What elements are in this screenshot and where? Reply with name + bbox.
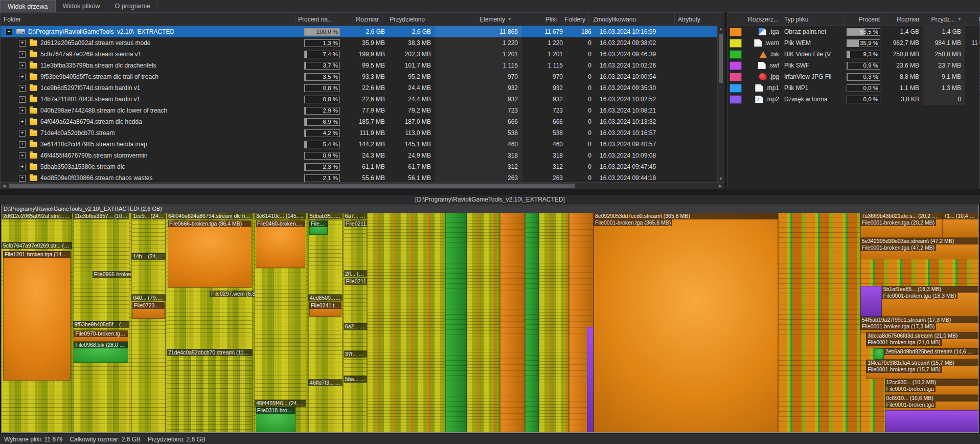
column-header-percent[interactable]: Procent [844,13,882,26]
tab-3[interactable]: O programie [107,0,157,12]
tree-row[interactable]: +040b298ae7442488.stream dlc tower of tr… [1,105,724,116]
column-header-modified[interactable]: Zmodyfikowano [589,13,675,26]
treemap-region[interactable]: 1ce9... (24,4 MB) [131,213,166,253]
column-header-allocated[interactable]: Przydzielono [382,13,428,26]
extension-row[interactable]: .mp1Plik MP10,0 %1,1 MB1,3 MB350 [728,82,979,94]
tree-row[interactable]: +3e61410c2cd47985.stream hedda map5,4 %1… [1,139,724,150]
expand-icon[interactable]: + [19,74,26,80]
expand-icon[interactable]: + [19,175,26,182]
treemap-region[interactable]: 8e0929053dd7ecd0.stream\ (365,8 MB)File0… [594,213,778,432]
scroll-down-icon[interactable]: ▼ [718,175,724,182]
treemap-region[interactable]: 46ffd7f3... (34,7 MB) [308,380,343,432]
column-header-size[interactable]: Rozmiar [335,13,382,26]
treemap-region[interactable]: 11e3bfba3357... (101,7 MB) [73,213,130,321]
expand-icon[interactable]: + [19,62,26,69]
tree-row[interactable]: +2d612e2065a092af.stream versus mode1,3 … [1,37,724,49]
expand-icon[interactable]: + [19,152,26,159]
column-header-allocated[interactable]: Przydz...▼ [923,13,965,26]
treemap-region[interactable]: 71de4c0a52dbcb70.stream\ (113,0 MB) [167,349,253,432]
column-header-filetype[interactable]: Typ pliku [783,13,844,26]
expand-icon[interactable]: + [19,40,26,47]
extension-row[interactable]: .jpgIrfanView JPG Fil0,3 %8,8 MB9,1 MB19… [728,71,979,82]
extension-row[interactable]: .mp2Dźwięk w forma0,0 %3,8 KB06 [728,94,979,105]
expand-icon[interactable]: + [19,51,26,58]
expand-icon[interactable]: + [19,164,26,170]
treemap-region[interactable]: 2d612e2065a092af.stre... (38,3 MB) [2,213,72,242]
treemap-region[interactable]: 14b... (24,4 MB) [131,253,166,295]
expand-icon[interactable]: + [19,119,26,125]
treemap-region[interactable]: File0241.tga (18,1 MB) [309,302,341,317]
scroll-left-icon[interactable]: ◀ [1,183,8,189]
tree-row[interactable]: +46f4455f4676790b.stream stormvermin0,9 … [1,150,724,161]
expand-icon[interactable]: + [19,85,26,92]
treemap-region[interactable] [467,213,500,432]
column-header-percent[interactable]: Procent na... [295,13,335,26]
scroll-up-icon[interactable]: ▲ [718,26,724,32]
treemap-region[interactable]: 71... (10,4 MB) [942,213,978,238]
collapse-icon[interactable]: − [6,29,12,35]
treemap-region[interactable] [445,213,467,432]
tree-row[interactable]: +5cfb7647a97e0269.stream sienna v17,4 %1… [1,49,724,60]
treemap-region[interactable]: File0970-broken.tga (13,6 MB) [74,330,128,342]
tree-row[interactable]: +9f53be9b405d5f7c.stream dlc trail of tr… [1,71,724,82]
treemap-region[interactable]: 5b1af1ee85... (18,3 MB)File0001-broken.t… [882,286,978,317]
tab-2[interactable]: Widok plików [56,0,108,12]
expand-icon[interactable]: + [19,107,26,114]
treemap-region[interactable]: 54f5ab19a27f99e1.stream\ (17,3 MB)File00… [860,317,978,332]
column-header-files[interactable]: Pliki [515,13,560,26]
extension-row[interactable]: .swfPlik SWF0,9 %23,6 MB23,7 MB7 [728,60,979,71]
column-header-files[interactable]: Pliki [965,13,980,26]
treemap[interactable]: 2d612e2065a092af.stre... (38,3 MB)5cfb76… [2,213,978,432]
treemap-region[interactable] [367,213,445,432]
treemap-region[interactable]: 7a3669b43b021afe.s... (20,2 MB)File0001-… [860,213,943,238]
treemap-region[interactable]: 6a2... (14,8 MB) [344,323,367,351]
column-header-items[interactable]: Elementy▼ [428,13,515,26]
treemap-region[interactable]: File0666-broken.tga (86,4 MB) [168,220,252,287]
treemap-region[interactable]: 5ba... (31,3 MB) [344,376,367,432]
treemap-region[interactable] [587,327,594,432]
treemap-region[interactable]: 0c6910... (10,6 MB)File0001-broken.tga [885,395,978,410]
column-header-folder[interactable]: Folder [1,13,295,26]
tree-row[interactable]: +64f049a624a86794.stream dlc hedda6,9 %1… [1,116,724,127]
scrollbar-thumb[interactable] [719,34,723,83]
treemap-region[interactable]: 3dcca8d67506fd3d.stream\ (21,0 MB)File00… [866,332,978,348]
column-header-extension[interactable]: Rozszerz... [743,13,783,26]
treemap-region[interactable] [525,213,539,432]
treemap-region[interactable]: 2eb6a849bd825bed.stream\ (14,6 MB) [884,348,978,360]
treemap-region[interactable]: File0460-broken.tga (77,6 MB) [256,220,305,268]
tree-row[interactable]: −D:\Programy\RavioliGameTools_v2.10\_EXT… [1,26,724,37]
expand-icon[interactable]: + [19,141,26,148]
expand-icon[interactable]: + [19,130,26,137]
treemap-region[interactable]: 12cc930... (10,2 MB)File0001-broken.tga [885,379,978,394]
treemap-region[interactable]: File0723-broken.tga (12,5 MB) [132,302,165,319]
treemap-region[interactable]: 37f... (13,5 MB) [344,351,367,376]
tab-1[interactable]: Widok drzewa [0,0,56,12]
column-header-size[interactable]: Rozmiar [882,13,923,26]
tree-vertical-scrollbar[interactable]: ▲ ▼ [717,26,724,182]
column-header-color[interactable] [728,13,743,26]
scrollbar-thumb[interactable] [9,184,575,188]
treemap-region[interactable]: File0318-broken.bik (18,5 MB) [256,407,295,432]
tree-row[interactable]: +1ce9b6d5297f074d.stream bardin v10,8 %2… [1,82,724,94]
tree-row[interactable]: +71de4c0a52dbcb70.stream4,2 %111,9 MB113… [1,127,724,139]
treemap-region[interactable] [860,286,882,317]
treemap-region[interactable]: 5e342395d30e03ae.stream\ (47,2 MB)File00… [860,238,978,259]
treemap-region[interactable] [885,410,978,432]
column-header-attributes[interactable]: Atrybuty [675,13,717,26]
treemap-region[interactable]: File0968.bik (28,0 MB) [74,342,128,363]
tree-row[interactable]: +14b7a2118017043f.stream bardin v10,8 %2… [1,94,724,105]
extension-row[interactable]: .wemPlik WEM35,9 %962,7 MB984,1 MB11 023 [728,37,979,49]
treemap-region[interactable] [778,213,860,432]
extension-row[interactable]: .bikBIK Video File (V9,3 %250,8 MB250,8 … [728,49,979,60]
tree-row[interactable]: +11e3bfba335799ba.stream dlc drachenfels… [1,60,724,71]
tree-row[interactable]: +5dbab3503a15380e.stream dlc2,3 %61,1 MB… [1,161,724,172]
treemap-region[interactable]: 1f4ca70c9f81cfa4.stream\ (15,7 MB)File00… [866,360,978,379]
extension-row[interactable]: .tgaObraz paint.net53,5 %1,4 GB1,4 GB88 [728,26,979,37]
tree-horizontal-scrollbar[interactable]: ◀ ▶ [1,182,724,189]
treemap-region[interactable]: File1201-broken.tga (141,1 MB) [3,251,71,381]
expand-icon[interactable]: + [19,96,26,103]
column-header-folders[interactable]: Foldery [560,13,589,26]
scroll-right-icon[interactable]: ▶ [717,183,724,189]
treemap-region[interactable]: File0312-broken.bik (8,5 MB) [309,220,328,235]
treemap-region[interactable] [875,348,883,360]
